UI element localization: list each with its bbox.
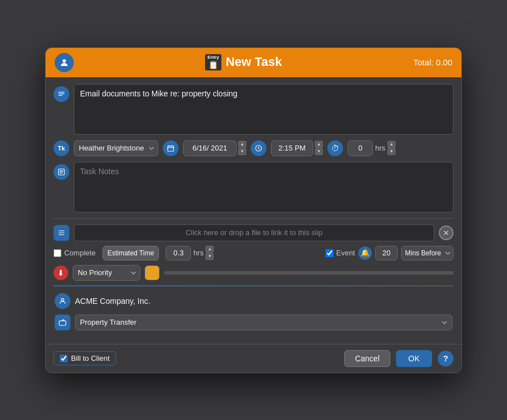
svg-rect-1 bbox=[59, 91, 65, 92]
task-notes-row bbox=[54, 162, 453, 213]
header-center: Entry 📋 New Task bbox=[205, 54, 282, 70]
entry-badge: Entry 📋 bbox=[205, 54, 221, 70]
divider-1 bbox=[54, 218, 453, 219]
project-icon bbox=[55, 315, 70, 330]
time-input[interactable] bbox=[271, 140, 313, 156]
color-bar bbox=[164, 271, 453, 275]
svg-point-0 bbox=[63, 59, 66, 63]
svg-rect-4 bbox=[168, 145, 174, 151]
event-checkbox-wrap: Event bbox=[326, 249, 355, 257]
task-description-row bbox=[54, 84, 453, 135]
mins-before-input[interactable] bbox=[375, 246, 398, 260]
bill-to-client-checkbox[interactable] bbox=[60, 355, 68, 362]
ok-button[interactable]: OK bbox=[396, 350, 432, 367]
color-swatch[interactable] bbox=[145, 266, 159, 280]
clock-icon bbox=[251, 140, 266, 156]
new-task-dialog: Entry 📋 New Task Total: 0.00 Tk Heather … bbox=[45, 47, 462, 373]
hrs-stepper[interactable]: ▲ ▼ bbox=[388, 141, 395, 155]
dialog-footer: Bill to Client Cancel OK ? bbox=[46, 344, 461, 373]
time-stepper[interactable]: ▲ ▼ bbox=[315, 141, 323, 155]
dialog-body: Tk Heather Brightstone ▲ ▼ ▲ bbox=[46, 77, 461, 344]
company-row: ACME Company, Inc. bbox=[54, 290, 453, 312]
est-hrs-down-btn[interactable]: ▼ bbox=[206, 253, 214, 260]
section-divider bbox=[54, 285, 453, 286]
file-drop-label: Click here or drop a file to link it to … bbox=[186, 228, 323, 237]
task-description-input[interactable] bbox=[74, 84, 453, 135]
date-input[interactable] bbox=[183, 140, 237, 156]
est-hrs-up-btn[interactable]: ▲ bbox=[206, 246, 214, 253]
event-label: Event bbox=[336, 249, 355, 257]
entry-doc-icon: 📋 bbox=[208, 60, 218, 70]
clear-file-button[interactable]: ✕ bbox=[439, 226, 453, 240]
mins-before-select[interactable]: Mins Before bbox=[401, 246, 453, 260]
date-up-btn[interactable]: ▲ bbox=[238, 141, 246, 148]
options-row: Complete Estimated Time hrs ▲ ▼ Event 🔔 bbox=[54, 246, 453, 260]
priority-icon: ⬇ bbox=[54, 266, 68, 280]
complete-checkbox[interactable] bbox=[54, 249, 61, 257]
svg-rect-14 bbox=[59, 321, 66, 325]
dialog-title: New Task bbox=[226, 55, 282, 69]
estimated-time-button[interactable]: Estimated Time bbox=[103, 246, 159, 260]
header-left bbox=[55, 53, 74, 72]
bill-to-client-label: Bill to Client bbox=[71, 354, 110, 362]
bell-icon: 🔔 bbox=[358, 246, 372, 260]
tk-badge-icon: Tk bbox=[54, 140, 69, 156]
time-down-btn[interactable]: ▼ bbox=[315, 148, 323, 155]
notes-icon bbox=[54, 164, 69, 180]
est-hrs-stepper[interactable]: ▲ ▼ bbox=[206, 246, 214, 260]
help-button[interactable]: ? bbox=[438, 351, 453, 366]
task-notes-input[interactable] bbox=[74, 162, 453, 213]
footer-buttons: Cancel OK ? bbox=[344, 350, 453, 367]
description-icon bbox=[54, 86, 69, 102]
priority-select[interactable]: No Priority bbox=[73, 265, 140, 281]
event-wrap: Event 🔔 Mins Before bbox=[326, 246, 453, 260]
cancel-button[interactable]: Cancel bbox=[344, 350, 390, 367]
project-select[interactable]: Property Transfer bbox=[75, 315, 452, 330]
file-drop-area[interactable]: Click here or drop a file to link it to … bbox=[74, 224, 434, 241]
hourglass-icon: ⏱ bbox=[327, 140, 343, 156]
hrs-down-btn[interactable]: ▼ bbox=[388, 148, 395, 155]
file-link-icon bbox=[54, 225, 69, 241]
date-down-btn[interactable]: ▼ bbox=[238, 148, 246, 155]
date-stepper[interactable]: ▲ ▼ bbox=[238, 141, 246, 155]
hours-input[interactable] bbox=[348, 140, 373, 156]
calendar-icon bbox=[163, 140, 179, 156]
project-row: Property Transfer bbox=[54, 312, 453, 333]
hrs-up-btn[interactable]: ▲ bbox=[388, 141, 395, 148]
company-icon bbox=[55, 293, 70, 309]
user-avatar-icon bbox=[55, 53, 74, 72]
file-drop-row: Click here or drop a file to link it to … bbox=[54, 224, 453, 241]
dialog-header: Entry 📋 New Task Total: 0.00 bbox=[46, 48, 461, 77]
total-display: Total: 0.00 bbox=[413, 58, 452, 67]
assignee-select[interactable]: Heather Brightstone bbox=[74, 140, 158, 156]
est-hrs-label: hrs bbox=[193, 249, 203, 257]
complete-checkbox-wrap: Complete bbox=[54, 249, 96, 257]
svg-rect-3 bbox=[59, 95, 63, 95]
priority-row: ⬇ No Priority bbox=[54, 265, 453, 281]
est-hrs-input[interactable] bbox=[166, 246, 191, 260]
svg-rect-2 bbox=[59, 93, 65, 94]
company-name: ACME Company, Inc. bbox=[75, 297, 150, 306]
svg-point-13 bbox=[61, 298, 64, 301]
complete-label: Complete bbox=[64, 249, 96, 257]
event-checkbox[interactable] bbox=[326, 249, 333, 257]
bill-to-client-wrap: Bill to Client bbox=[54, 351, 116, 365]
hrs-label: hrs bbox=[375, 144, 385, 152]
fields-row: Tk Heather Brightstone ▲ ▼ ▲ bbox=[54, 140, 453, 156]
time-up-btn[interactable]: ▲ bbox=[315, 141, 323, 148]
